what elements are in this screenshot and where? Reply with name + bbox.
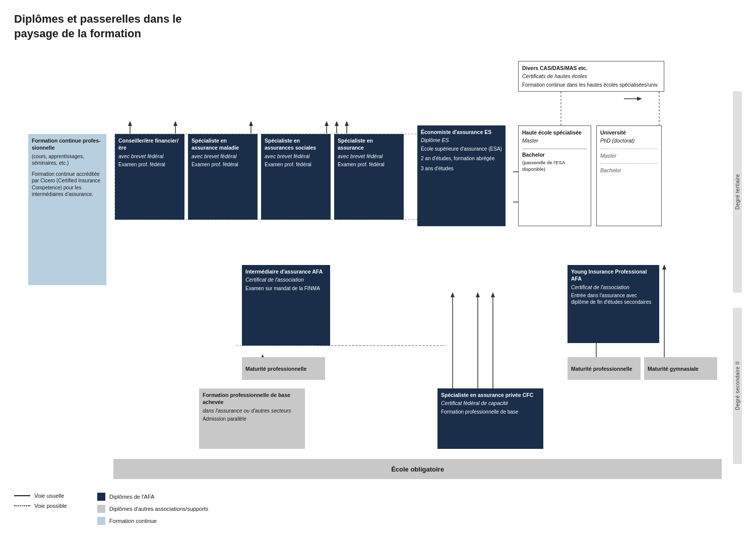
svg-marker-37 [662, 264, 666, 270]
svg-marker-11 [249, 121, 253, 126]
degree-tertiary-label: Degré tertiaire [733, 91, 742, 293]
maturite-prof-left-box: Maturité professionnelle [242, 357, 325, 380]
formation-base-box: Formation profession­nelle de base achev… [199, 388, 305, 449]
legend-gray-swatch [97, 505, 105, 513]
legend-darkblue-swatch [97, 493, 105, 501]
universite-box: Université PhD (doctorat) Master Bachelo… [596, 125, 662, 226]
legend-voie-usuelle: Voie usuelle [14, 493, 67, 499]
svg-marker-7 [173, 121, 177, 126]
legend: Voie usuelle Voie possible Diplômes de l… [14, 493, 208, 525]
page: Diplômes et passerelles dans le paysage … [0, 0, 756, 534]
divers-cas-box: Divers CAS/DAS/MAS etc. Certificats de h… [518, 61, 664, 92]
specialiste-maladie-box: Spécialiste en assurance maladie avec br… [188, 134, 258, 220]
legend-diplomes-autres: Diplômes d'autres associations/supports [97, 505, 209, 513]
svg-marker-15 [335, 121, 339, 126]
svg-marker-31 [491, 292, 495, 297]
maturite-prof-right-box: Maturité professionnelle [568, 357, 641, 380]
specialiste-cfc-box: Spécialiste en assurance privée CFC Cert… [437, 388, 543, 449]
svg-marker-17 [345, 121, 349, 126]
intermediaire-box: Intermédiaire d'assurance AFA Certificat… [242, 265, 330, 346]
legend-diplomes-afa: Diplômes de l'AFA [97, 493, 209, 501]
svg-marker-13 [325, 121, 329, 126]
main-title: Diplômes et passerelles dans le paysage … [14, 12, 191, 41]
maturite-gym-box: Maturité gymnasiale [644, 357, 717, 380]
specialiste-assurance-box: Spécialiste en assurance avec brevet féd… [334, 134, 404, 220]
legend-dotted-line [14, 505, 30, 506]
legend-voie-possible: Voie possible [14, 503, 67, 509]
economiste-box: Économiste d'assurance ES Diplôme ES Éco… [417, 125, 506, 226]
legend-formation-continue: Formation continue [97, 517, 209, 525]
legend-col-lines: Voie usuelle Voie possible [14, 493, 67, 509]
svg-marker-27 [451, 292, 455, 297]
svg-marker-43 [637, 97, 642, 101]
young-insurance-box: Young Insurance Professional AFA Certifi… [568, 265, 659, 343]
diagram-area: Formation conti­nue profes­sion­nelle (c… [14, 46, 742, 484]
conseiller-box: Conseiller/ère financier/ère avec brevet… [115, 134, 184, 220]
svg-marker-9 [128, 121, 132, 126]
ecole-obligatoire-bar: École obligatoire [113, 459, 722, 479]
formation-continue-box: Formation conti­nue profes­sion­nelle (c… [28, 134, 106, 285]
haute-ecole-box: Haute école spécialisée Master Bachelor … [518, 125, 591, 226]
legend-col-boxes: Diplômes de l'AFA Diplômes d'autres asso… [97, 493, 209, 525]
legend-solid-line [14, 495, 30, 496]
specialiste-sociales-box: Spécialiste en assurances sociales avec … [261, 134, 331, 220]
degree-secondary-label: Degré secondaire II [733, 308, 742, 464]
legend-lightblue-swatch [97, 517, 105, 525]
svg-marker-29 [476, 292, 480, 297]
